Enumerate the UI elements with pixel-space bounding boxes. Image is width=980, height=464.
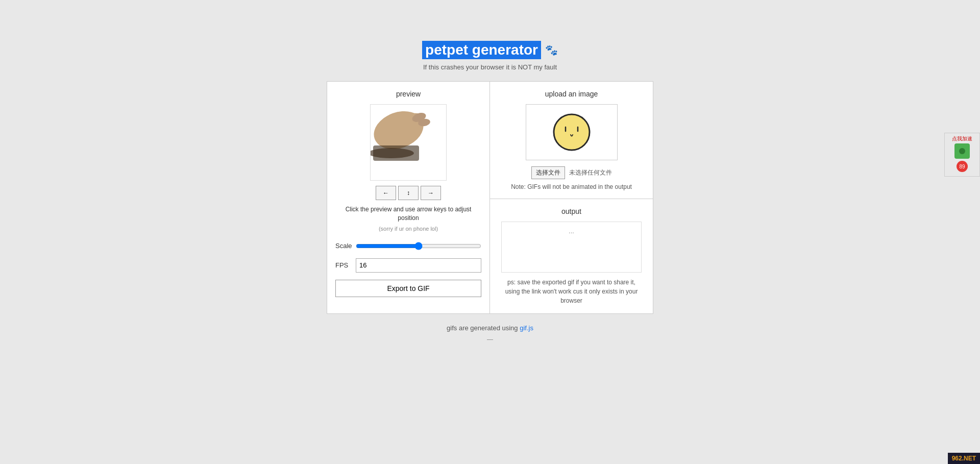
footer-text: gifs are generated using <box>447 324 520 332</box>
badge-label: 点我加速 <box>947 135 977 142</box>
export-gif-button[interactable]: Export to GIF <box>335 280 481 297</box>
badge-green-icon <box>954 143 970 159</box>
arrow-left-btn[interactable]: ← <box>376 186 396 200</box>
arrow-right-btn[interactable]: → <box>421 186 441 200</box>
svg-point-9 <box>959 148 965 154</box>
title-icon: 🐾 <box>545 44 558 56</box>
title-row: petpet generator 🐾 <box>422 41 558 59</box>
page-title: petpet generator <box>422 41 541 59</box>
badge-count: 89 <box>957 161 968 172</box>
svg-point-6 <box>554 114 590 150</box>
preview-title: preview <box>335 90 481 98</box>
footer: gifs are generated using gif.js — <box>447 324 533 343</box>
upload-image-area <box>526 104 618 160</box>
upload-title: upload an image <box>498 90 645 98</box>
ps-text: ps: save the exported gif if you want to… <box>498 278 645 305</box>
output-title: output <box>498 207 645 215</box>
upload-section: upload an image 选择文件 <box>490 82 653 199</box>
svg-rect-5 <box>373 145 419 161</box>
scale-slider[interactable] <box>356 239 481 253</box>
instruction-text: Click the preview and use arrow keys to … <box>335 205 481 223</box>
subtitle: If this crashes your browser it is NOT m… <box>423 63 557 71</box>
arrow-controls: ← ↕ → <box>335 186 481 200</box>
output-section: output ... ps: save the exported gif if … <box>490 199 653 313</box>
scale-row: Scale <box>335 239 481 253</box>
instruction-sub: (sorry if ur on phone lol) <box>335 226 481 232</box>
choose-file-button[interactable]: 选择文件 <box>531 166 565 179</box>
file-input-row: 选择文件 未选择任何文件 <box>498 166 645 179</box>
side-badge[interactable]: 点我加速 89 <box>944 133 980 177</box>
footer-divider: — <box>447 336 533 343</box>
fps-row: FPS <box>335 258 481 273</box>
output-area: ... <box>501 222 642 273</box>
fps-label: FPS <box>335 261 356 269</box>
no-file-text: 未选择任何文件 <box>569 168 612 177</box>
page-wrapper: petpet generator 🐾 If this crashes your … <box>0 0 980 363</box>
output-dots: ... <box>569 227 574 235</box>
main-container: preview ← ↕ → <box>327 81 653 314</box>
preview-canvas[interactable] <box>370 104 447 181</box>
fps-input[interactable] <box>356 258 481 273</box>
preview-hand-svg <box>371 105 437 166</box>
right-panel: upload an image 选择文件 <box>490 82 653 313</box>
bottom-logo: 962.NET <box>948 453 980 464</box>
gif-note: Note: GIFs will not be animated in the o… <box>498 183 645 190</box>
left-panel: preview ← ↕ → <box>327 82 490 313</box>
arrow-center-btn[interactable]: ↕ <box>398 186 419 200</box>
gifjs-link[interactable]: gif.js <box>520 324 533 332</box>
smiley-svg <box>551 112 592 153</box>
scale-label: Scale <box>335 242 356 250</box>
